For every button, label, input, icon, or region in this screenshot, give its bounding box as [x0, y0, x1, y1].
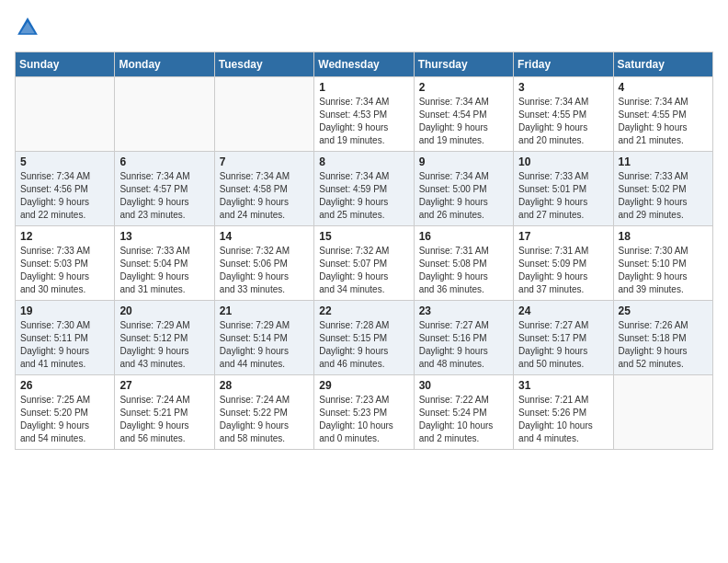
day-number: 23 [419, 304, 508, 317]
day-number: 26 [20, 379, 109, 392]
day-number: 31 [518, 379, 608, 392]
day-info: Sunrise: 7:29 AM Sunset: 5:14 PM Dayligh… [220, 319, 309, 371]
calendar-cell [115, 77, 214, 152]
day-info: Sunrise: 7:24 AM Sunset: 5:21 PM Dayligh… [119, 394, 209, 445]
day-info: Sunrise: 7:23 AM Sunset: 5:23 PM Dayligh… [319, 394, 408, 445]
day-info: Sunrise: 7:33 AM Sunset: 5:02 PM Dayligh… [619, 170, 708, 222]
calendar-cell: 28Sunrise: 7:24 AM Sunset: 5:22 PM Dayli… [214, 375, 313, 450]
calendar-body: 1Sunrise: 7:34 AM Sunset: 4:53 PM Daylig… [16, 77, 713, 450]
day-number: 28 [220, 379, 309, 392]
day-number: 11 [619, 155, 708, 168]
day-number: 4 [619, 81, 708, 94]
calendar-cell: 6Sunrise: 7:34 AM Sunset: 4:57 PM Daylig… [115, 152, 214, 226]
page-header [15, 15, 713, 40]
calendar-cell: 19Sunrise: 7:30 AM Sunset: 5:11 PM Dayli… [16, 301, 115, 375]
day-header-tuesday: Tuesday [214, 52, 313, 77]
day-number: 21 [220, 304, 309, 317]
calendar-cell: 29Sunrise: 7:23 AM Sunset: 5:23 PM Dayli… [314, 375, 414, 450]
day-info: Sunrise: 7:26 AM Sunset: 5:18 PM Dayligh… [619, 319, 708, 371]
day-info: Sunrise: 7:34 AM Sunset: 4:56 PM Dayligh… [20, 170, 109, 222]
calendar-week-1: 1Sunrise: 7:34 AM Sunset: 4:53 PM Daylig… [16, 77, 713, 152]
calendar-cell: 16Sunrise: 7:31 AM Sunset: 5:08 PM Dayli… [414, 226, 513, 301]
calendar-cell: 15Sunrise: 7:32 AM Sunset: 5:07 PM Dayli… [314, 226, 414, 301]
calendar-cell: 12Sunrise: 7:33 AM Sunset: 5:03 PM Dayli… [16, 226, 115, 301]
day-number: 25 [619, 304, 708, 317]
day-info: Sunrise: 7:25 AM Sunset: 5:20 PM Dayligh… [20, 394, 109, 445]
day-info: Sunrise: 7:34 AM Sunset: 4:58 PM Dayligh… [220, 170, 309, 222]
day-number: 5 [20, 155, 109, 168]
calendar-cell [613, 375, 712, 450]
day-number: 16 [419, 230, 508, 243]
logo-icon [15, 15, 40, 40]
day-info: Sunrise: 7:30 AM Sunset: 5:11 PM Dayligh… [20, 319, 109, 371]
day-info: Sunrise: 7:33 AM Sunset: 5:04 PM Dayligh… [119, 245, 209, 296]
day-info: Sunrise: 7:21 AM Sunset: 5:26 PM Dayligh… [518, 394, 608, 445]
day-info: Sunrise: 7:34 AM Sunset: 4:55 PM Dayligh… [518, 96, 608, 147]
day-number: 24 [518, 304, 608, 317]
calendar-cell [16, 77, 115, 152]
day-info: Sunrise: 7:27 AM Sunset: 5:17 PM Dayligh… [518, 319, 608, 371]
calendar-cell: 9Sunrise: 7:34 AM Sunset: 5:00 PM Daylig… [414, 152, 513, 226]
day-info: Sunrise: 7:34 AM Sunset: 4:54 PM Dayligh… [419, 96, 508, 147]
days-header-row: SundayMondayTuesdayWednesdayThursdayFrid… [16, 52, 713, 77]
day-number: 22 [319, 304, 408, 317]
day-number: 18 [619, 230, 708, 243]
day-info: Sunrise: 7:32 AM Sunset: 5:06 PM Dayligh… [220, 245, 309, 296]
calendar-cell: 23Sunrise: 7:27 AM Sunset: 5:16 PM Dayli… [414, 301, 513, 375]
day-info: Sunrise: 7:29 AM Sunset: 5:12 PM Dayligh… [119, 319, 209, 371]
day-info: Sunrise: 7:28 AM Sunset: 5:15 PM Dayligh… [319, 319, 408, 371]
day-number: 15 [319, 230, 408, 243]
calendar-cell: 10Sunrise: 7:33 AM Sunset: 5:01 PM Dayli… [514, 152, 613, 226]
day-number: 27 [119, 379, 209, 392]
calendar-cell: 14Sunrise: 7:32 AM Sunset: 5:06 PM Dayli… [214, 226, 313, 301]
day-number: 10 [518, 155, 608, 168]
day-number: 12 [20, 230, 109, 243]
day-number: 3 [518, 81, 608, 94]
calendar-cell [214, 77, 313, 152]
calendar-cell: 17Sunrise: 7:31 AM Sunset: 5:09 PM Dayli… [514, 226, 613, 301]
day-number: 8 [319, 155, 408, 168]
day-number: 7 [220, 155, 309, 168]
day-info: Sunrise: 7:22 AM Sunset: 5:24 PM Dayligh… [419, 394, 508, 445]
calendar-week-2: 5Sunrise: 7:34 AM Sunset: 4:56 PM Daylig… [16, 152, 713, 226]
day-number: 30 [419, 379, 508, 392]
day-header-sunday: Sunday [16, 52, 115, 77]
day-number: 14 [220, 230, 309, 243]
day-info: Sunrise: 7:34 AM Sunset: 4:59 PM Dayligh… [319, 170, 408, 222]
day-number: 29 [319, 379, 408, 392]
calendar-cell: 24Sunrise: 7:27 AM Sunset: 5:17 PM Dayli… [514, 301, 613, 375]
calendar-cell: 5Sunrise: 7:34 AM Sunset: 4:56 PM Daylig… [16, 152, 115, 226]
calendar-cell: 11Sunrise: 7:33 AM Sunset: 5:02 PM Dayli… [613, 152, 712, 226]
day-info: Sunrise: 7:31 AM Sunset: 5:08 PM Dayligh… [419, 245, 508, 296]
day-info: Sunrise: 7:27 AM Sunset: 5:16 PM Dayligh… [419, 319, 508, 371]
calendar-cell: 20Sunrise: 7:29 AM Sunset: 5:12 PM Dayli… [115, 301, 214, 375]
calendar-cell: 25Sunrise: 7:26 AM Sunset: 5:18 PM Dayli… [613, 301, 712, 375]
day-info: Sunrise: 7:33 AM Sunset: 5:01 PM Dayligh… [518, 170, 608, 222]
calendar-week-3: 12Sunrise: 7:33 AM Sunset: 5:03 PM Dayli… [16, 226, 713, 301]
day-number: 6 [119, 155, 209, 168]
day-number: 17 [518, 230, 608, 243]
day-header-monday: Monday [115, 52, 214, 77]
day-number: 1 [319, 81, 408, 94]
day-header-saturday: Saturday [613, 52, 712, 77]
calendar-cell: 31Sunrise: 7:21 AM Sunset: 5:26 PM Dayli… [514, 375, 613, 450]
logo [15, 15, 44, 40]
calendar-cell: 21Sunrise: 7:29 AM Sunset: 5:14 PM Dayli… [214, 301, 313, 375]
day-info: Sunrise: 7:34 AM Sunset: 4:57 PM Dayligh… [119, 170, 209, 222]
calendar-cell: 30Sunrise: 7:22 AM Sunset: 5:24 PM Dayli… [414, 375, 513, 450]
calendar-cell: 26Sunrise: 7:25 AM Sunset: 5:20 PM Dayli… [16, 375, 115, 450]
day-info: Sunrise: 7:34 AM Sunset: 5:00 PM Dayligh… [419, 170, 508, 222]
calendar-cell: 7Sunrise: 7:34 AM Sunset: 4:58 PM Daylig… [214, 152, 313, 226]
calendar-cell: 2Sunrise: 7:34 AM Sunset: 4:54 PM Daylig… [414, 77, 513, 152]
day-info: Sunrise: 7:33 AM Sunset: 5:03 PM Dayligh… [20, 245, 109, 296]
day-number: 20 [119, 304, 209, 317]
day-info: Sunrise: 7:34 AM Sunset: 4:53 PM Dayligh… [319, 96, 408, 147]
calendar-week-4: 19Sunrise: 7:30 AM Sunset: 5:11 PM Dayli… [16, 301, 713, 375]
calendar-cell: 1Sunrise: 7:34 AM Sunset: 4:53 PM Daylig… [314, 77, 414, 152]
calendar-cell: 13Sunrise: 7:33 AM Sunset: 5:04 PM Dayli… [115, 226, 214, 301]
day-info: Sunrise: 7:30 AM Sunset: 5:10 PM Dayligh… [619, 245, 708, 296]
calendar-cell: 4Sunrise: 7:34 AM Sunset: 4:55 PM Daylig… [613, 77, 712, 152]
day-header-wednesday: Wednesday [314, 52, 414, 77]
calendar-cell: 18Sunrise: 7:30 AM Sunset: 5:10 PM Dayli… [613, 226, 712, 301]
calendar-cell: 8Sunrise: 7:34 AM Sunset: 4:59 PM Daylig… [314, 152, 414, 226]
